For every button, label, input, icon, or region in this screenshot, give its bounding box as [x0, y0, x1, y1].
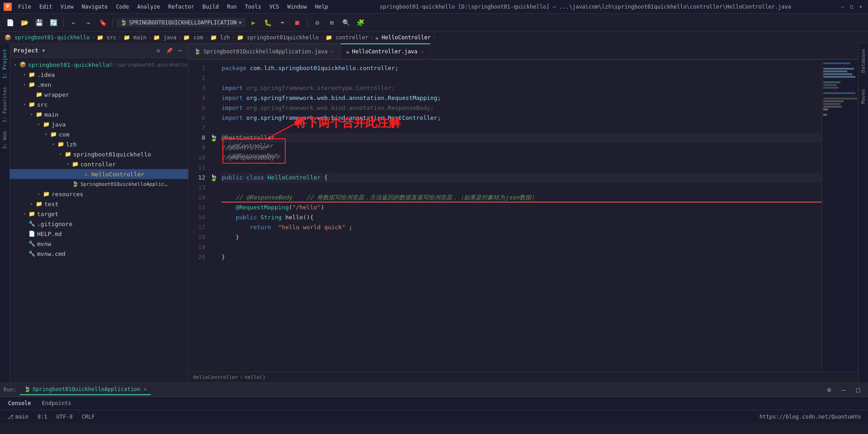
gutter-8[interactable]: 🍃 — [209, 133, 218, 143]
run-with-coverage-button[interactable]: ☂ — [276, 16, 289, 29]
forward-button[interactable]: → — [82, 16, 94, 29]
gutter-13 — [209, 183, 218, 193]
mvnw-cmd-icon: 🔧 — [28, 250, 35, 257]
run-minimize-button[interactable]: — — [837, 383, 850, 396]
tree-item-mvn[interactable]: ▾ 📁 .mvn — [10, 80, 188, 90]
tab-spring-close[interactable]: ✕ — [330, 49, 335, 54]
encoding-label: UTF-8 — [57, 414, 73, 420]
gutter-12[interactable]: 🍃 — [209, 173, 218, 183]
menu-analyze[interactable]: Analyze — [133, 3, 164, 11]
tree-item-mvnw[interactable]: ▸ 🔧 mvnw — [10, 239, 188, 249]
stop-button[interactable]: ⏹ — [291, 16, 303, 29]
sidebar-tab-project[interactable]: 1: Project — [0, 45, 9, 82]
tree-item-src[interactable]: ▾ 📁 src — [10, 99, 188, 109]
minimap — [822, 60, 858, 372]
menu-file[interactable]: File — [14, 3, 35, 11]
tree-item-gitignore[interactable]: ▸ 🔧 .gitignore — [10, 219, 188, 229]
menu-vcs[interactable]: VCS — [266, 3, 283, 11]
tree-item-java[interactable]: ▾ 📁 java — [10, 119, 188, 129]
tree-item-mvnw-cmd[interactable]: ▸ 🔧 mvnw.cmd — [10, 249, 188, 259]
tree-item-test[interactable]: ▸ 📁 test — [10, 199, 188, 209]
tab-springboot-application[interactable]: 🍃 Springboot01QuickhelloApplication.java… — [189, 43, 341, 59]
line-2: 2 — [189, 73, 209, 83]
breadcrumb-java[interactable]: 📁 java — [153, 34, 176, 41]
menu-code[interactable]: Code — [113, 3, 133, 11]
tree-item-main[interactable]: ▾ 📁 main — [10, 109, 188, 119]
run-app-name: Springboot01QuickhelloApplication — [33, 386, 140, 392]
plugins-button[interactable]: 🧩 — [354, 16, 367, 29]
sidebar-tab-favorites[interactable]: 2: Favorites — [0, 83, 9, 126]
run-app-close[interactable]: ✕ — [144, 387, 146, 392]
debug-button[interactable]: 🐛 — [262, 16, 274, 29]
sidebar-tab-web[interactable]: 3: Web — [0, 127, 9, 153]
tree-item-wrapper[interactable]: ▸ 📁 wrapper — [10, 90, 188, 99]
menu-tools[interactable]: Tools — [241, 3, 265, 11]
close-button[interactable]: ✕ — [857, 3, 864, 10]
code-line-7 — [222, 123, 822, 133]
tree-item-target[interactable]: ▾ 📁 target — [10, 209, 188, 219]
code-content[interactable]: package com.lzh.springboot01quickhello.c… — [218, 60, 822, 372]
sidebar-tab-maven[interactable]: Maven — [859, 85, 868, 108]
line-6: 6 — [189, 113, 209, 123]
encoding-status[interactable]: UTF-8 — [54, 413, 75, 421]
line-col-status[interactable]: 8:1 — [35, 413, 50, 421]
maximize-button[interactable]: □ — [848, 3, 855, 10]
breadcrumb-lzh[interactable]: 📁 lzh — [210, 34, 230, 41]
run-maximize-button[interactable]: □ — [852, 383, 864, 396]
tree-item-pkg[interactable]: ▾ 📁 springboot01quickhello — [10, 149, 188, 159]
menu-build[interactable]: Build — [199, 3, 222, 11]
sync-button[interactable]: 🔄 — [47, 16, 60, 29]
run-configuration[interactable]: 🍃 SPRINGBOOT01QUICKHELLOAPPLICATION ▾ — [117, 18, 245, 27]
tree-item-com[interactable]: ▾ 📁 com — [10, 129, 188, 139]
menu-refactor[interactable]: Refactor — [165, 3, 198, 11]
breadcrumb-src[interactable]: 📁 src — [97, 34, 117, 41]
save-button[interactable]: 💾 — [33, 16, 45, 29]
tab-hello-close[interactable]: ✕ — [420, 49, 425, 54]
structure-button[interactable]: ⊞ — [326, 16, 338, 29]
search-button[interactable]: 🔍 — [340, 16, 353, 29]
breadcrumb-com[interactable]: 📁 com — [183, 34, 203, 41]
bookmark-button[interactable]: 🔖 — [96, 16, 109, 29]
menu-navigate[interactable]: Navigate — [78, 3, 112, 11]
url-status[interactable]: https://blog.csdn.net/QuantumYo — [757, 413, 863, 421]
tree-item-root[interactable]: ▾ 📦 springboot01-quickhello D:\springboo… — [10, 60, 188, 70]
sidebar-tab-database[interactable]: Database — [859, 45, 868, 76]
breadcrumb-package[interactable]: 📁 springboot01quickhello — [237, 34, 319, 41]
project-minimize-button[interactable]: — — [175, 46, 184, 55]
open-button[interactable]: 📂 — [18, 16, 31, 29]
tree-item-help[interactable]: ▸ 📄 HELP.md — [10, 229, 188, 239]
tree-item-controller-folder[interactable]: ▾ 📁 controller — [10, 159, 188, 169]
menu-view[interactable]: View — [57, 3, 77, 11]
project-gear-button[interactable]: ⚙ — [154, 46, 163, 55]
run-tab-app[interactable]: 🍃 Springboot01QuickhelloApplication ✕ — [19, 384, 151, 395]
tree-item-resources[interactable]: ▸ 📁 resources — [10, 189, 188, 199]
new-file-button[interactable]: 📄 — [4, 16, 16, 29]
tree-item-spring-app[interactable]: ▸ 🍃 Springboot01QuickhelloApplic… — [10, 179, 188, 189]
tree-item-idea[interactable]: ▾ 📁 .idea — [10, 70, 188, 80]
tree-item-hello-controller[interactable]: ▸ ☕ HelloController — [10, 169, 188, 179]
tab-hello-controller[interactable]: ☕ HelloController.java ✕ — [341, 43, 431, 59]
gutter-10 — [209, 153, 218, 163]
breadcrumb-main[interactable]: 📁 main — [123, 34, 146, 41]
tree-arrow-test: ▸ — [28, 200, 35, 208]
bottom-tab-console[interactable]: Console — [4, 398, 36, 408]
back-button[interactable]: ← — [67, 16, 80, 29]
run-settings-button[interactable]: ⚙ — [823, 383, 835, 396]
menu-help[interactable]: Help — [311, 3, 332, 11]
tree-arrow-target: ▾ — [21, 210, 28, 217]
menu-edit[interactable]: Edit — [36, 3, 56, 11]
breadcrumb-project[interactable]: 📦 springboot01-quickhello — [5, 34, 90, 41]
run-button[interactable]: ▶ — [247, 16, 260, 29]
bottom-tab-endpoints[interactable]: Endpoints — [38, 398, 76, 408]
menu-run[interactable]: Run — [223, 3, 241, 11]
breadcrumb-controller-folder[interactable]: 📁 controller — [326, 34, 368, 41]
menu-window[interactable]: Window — [283, 3, 310, 11]
breadcrumb-file[interactable]: ☕ HelloController — [375, 34, 431, 41]
git-status[interactable]: ⎇ main — [5, 413, 31, 421]
minimize-button[interactable]: — — [839, 3, 846, 10]
gutter-9 — [209, 143, 218, 153]
line-sep-status[interactable]: CRLF — [79, 413, 98, 421]
settings-button[interactable]: ⚙ — [311, 16, 324, 29]
project-pin-button[interactable]: 📌 — [165, 46, 174, 55]
tree-item-lzh[interactable]: ▾ 📁 lzh — [10, 139, 188, 149]
